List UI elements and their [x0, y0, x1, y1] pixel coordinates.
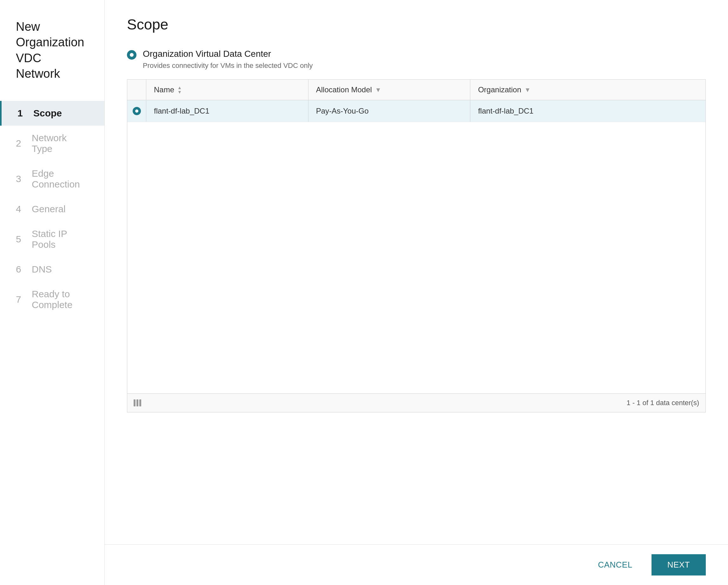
th-allocation[interactable]: Allocation Model ▼ — [309, 80, 471, 100]
sort-desc-icon: ▼ — [177, 90, 182, 94]
step-label-scope: Scope — [33, 108, 62, 118]
step-number-5: 5 — [16, 234, 25, 245]
th-organization[interactable]: Organization ▼ — [470, 80, 705, 100]
th-name-label: Name — [154, 85, 174, 94]
step-label-static-ip: Static IP Pools — [32, 229, 88, 250]
step-label-ready: Ready to Complete — [32, 289, 88, 310]
sidebar-step-scope[interactable]: 1 Scope — [0, 101, 104, 126]
td-allocation: Pay-As-You-Go — [309, 100, 471, 122]
th-allocation-label: Allocation Model — [316, 85, 372, 94]
main-container: New Organization VDC Network 1 Scope 2 N… — [0, 0, 728, 585]
col-bar-2 — [136, 399, 138, 406]
step-number-6: 6 — [16, 264, 25, 275]
next-button[interactable]: NEXT — [651, 554, 706, 576]
radio-text-ovdc: Organization Virtual Data Center Provide… — [143, 49, 313, 70]
th-name[interactable]: Name ▲ ▼ — [146, 80, 309, 100]
step-number-7: 7 — [16, 294, 25, 305]
table-footer: 1 - 1 of 1 data center(s) — [127, 393, 705, 412]
table-body: flant-df-lab_DC1 Pay-As-You-Go flant-df-… — [127, 100, 705, 393]
step-label-dns: DNS — [32, 264, 52, 275]
sidebar-step-edge-connection[interactable]: 3 Edge Connection — [0, 161, 104, 197]
step-label-general: General — [32, 204, 66, 214]
step-number-3: 3 — [16, 174, 25, 184]
col-bar-3 — [139, 399, 141, 406]
radio-option-ovdc[interactable]: Organization Virtual Data Center Provide… — [127, 49, 706, 70]
col-bar-1 — [134, 399, 135, 406]
step-number-1: 1 — [18, 108, 27, 118]
sidebar-step-dns[interactable]: 6 DNS — [0, 257, 104, 282]
row-radio-inner — [135, 109, 138, 113]
row-selected-radio — [133, 107, 141, 115]
filter-allocation-icon: ▼ — [375, 86, 382, 94]
sidebar-step-network-type[interactable]: 2 Network Type — [0, 126, 104, 161]
row-radio-cell — [127, 101, 146, 122]
radio-selected-icon — [127, 50, 136, 60]
footer-count: 1 - 1 of 1 data center(s) — [626, 399, 699, 407]
column-toggle-icon[interactable] — [134, 399, 141, 406]
filter-org-icon: ▼ — [525, 86, 531, 94]
data-table: Name ▲ ▼ Allocation Model ▼ Organization… — [127, 79, 706, 413]
radio-label: Organization Virtual Data Center — [143, 49, 313, 59]
step-label-edge-connection: Edge Connection — [32, 168, 88, 190]
step-number-4: 4 — [16, 204, 25, 214]
sidebar-step-static-ip[interactable]: 5 Static IP Pools — [0, 221, 104, 257]
cancel-button[interactable]: CANCEL — [588, 554, 642, 576]
th-spacer — [127, 80, 146, 100]
page-title: Scope — [127, 16, 706, 33]
table-header: Name ▲ ▼ Allocation Model ▼ Organization… — [127, 80, 705, 100]
sort-icons-name: ▲ ▼ — [177, 85, 182, 94]
th-organization-label: Organization — [478, 85, 521, 94]
td-organization: flant-df-lab_DC1 — [470, 100, 705, 122]
step-label-network-type: Network Type — [32, 133, 88, 154]
sidebar-step-general[interactable]: 4 General — [0, 197, 104, 221]
sidebar: New Organization VDC Network 1 Scope 2 N… — [0, 0, 105, 585]
table-row[interactable]: flant-df-lab_DC1 Pay-As-You-Go flant-df-… — [127, 100, 705, 122]
step-number-2: 2 — [16, 138, 25, 149]
bottom-bar: CANCEL NEXT — [105, 544, 728, 585]
radio-description: Provides connectivity for VMs in the sel… — [143, 61, 313, 70]
sidebar-step-ready[interactable]: 7 Ready to Complete — [0, 282, 104, 317]
content-area: Scope Organization Virtual Data Center P… — [105, 0, 728, 544]
sidebar-title: New Organization VDC Network — [0, 19, 104, 101]
td-name: flant-df-lab_DC1 — [146, 100, 309, 122]
radio-inner — [130, 53, 134, 57]
sort-asc-icon: ▲ — [177, 85, 182, 90]
